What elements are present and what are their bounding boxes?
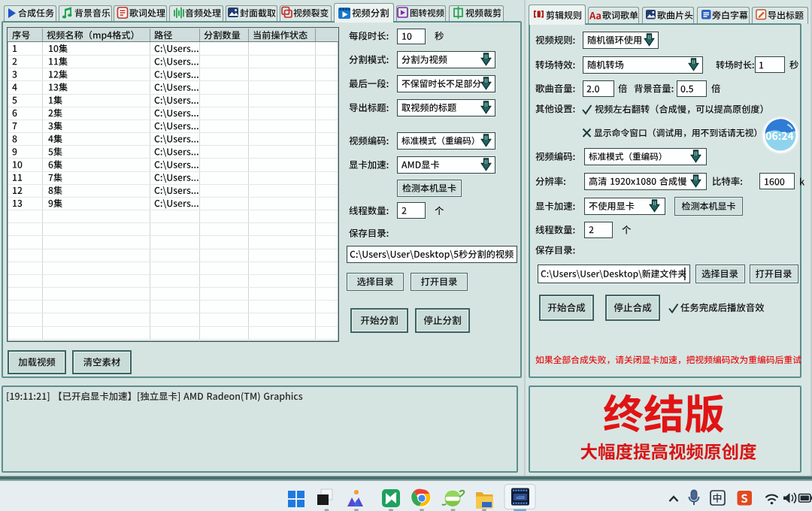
svg-text:x100: x100	[517, 495, 525, 500]
